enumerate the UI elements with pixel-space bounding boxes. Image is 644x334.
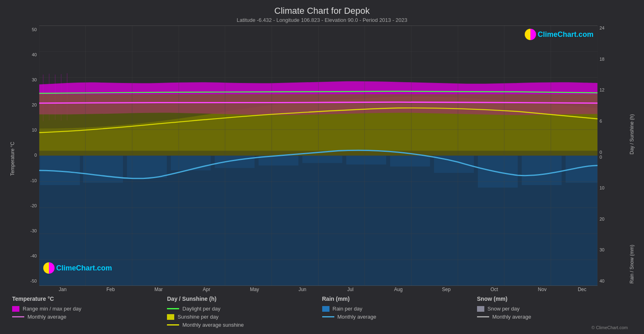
legend-row-snow-avg: Monthly average — [477, 314, 632, 320]
legend-label-rain: Rain per day — [333, 306, 363, 312]
chart-main: ClimeChart.com ClimeChart.com — [39, 26, 598, 286]
chart-svg — [39, 26, 598, 286]
legend-col-temperature: Temperature °C Range min / max per day M… — [12, 296, 167, 330]
x-axis-labels: Jan Feb Mar Apr May Jun Jul Aug Sep Oct … — [39, 286, 598, 292]
legend-col-sunshine: Day / Sunshine (h) Daylight per day Suns… — [167, 296, 322, 330]
snow-avg-line — [477, 316, 489, 317]
daylight-line — [167, 308, 179, 309]
legend-label-snow: Snow per day — [488, 306, 520, 312]
sunshine-avg-line — [167, 324, 179, 325]
page-wrapper: Climate Chart for Depok Latitude -6.432 … — [0, 0, 644, 334]
legend-label-temp-avg: Monthly average — [27, 314, 66, 320]
logo-bottom: ClimeChart.com — [43, 262, 112, 274]
y-axis-left-label: Temperature °C — [10, 142, 15, 176]
legend-label-sunshine-avg: Monthly average sunshine — [182, 322, 244, 328]
legend-label-snow-avg: Monthly average — [492, 314, 531, 320]
legend-label-temp-range: Range min / max per day — [23, 306, 81, 312]
legend-area: Temperature °C Range min / max per day M… — [8, 292, 636, 330]
chart-subtitle: Latitude -6.432 - Longitude 106.823 - El… — [8, 17, 636, 23]
legend-row-rain-swatch: Rain per day — [322, 306, 477, 312]
sunshine-swatch — [167, 314, 174, 320]
temp-range-swatch — [12, 306, 19, 312]
y-right-bot-label: Rain / Snow (mm) — [629, 155, 635, 284]
legend-col-rain: Rain (mm) Rain per day Monthly average — [322, 296, 477, 330]
legend-label-daylight: Daylight per day — [182, 306, 220, 312]
legend-title-sunshine: Day / Sunshine (h) — [167, 296, 322, 302]
chart-area: Temperature °C 50 40 30 20 10 0 -10 -20 … — [8, 26, 636, 292]
legend-title-rain: Rain (mm) — [322, 296, 477, 302]
y-right-top-label: Day / Sunshine (h) — [629, 26, 635, 155]
legend-col-snow: Snow (mm) Snow per day Monthly average ©… — [477, 296, 632, 330]
legend-row-temp-avg: Monthly average — [12, 314, 167, 320]
legend-title-temperature: Temperature °C — [12, 296, 167, 302]
legend-row-rain-avg: Monthly average — [322, 314, 477, 320]
y-axis-left: 50 40 30 20 10 0 -10 -20 -30 -40 -50 — [17, 26, 39, 292]
legend-title-snow: Snow (mm) — [477, 296, 632, 302]
legend-row-sunshine-swatch: Sunshine per day — [167, 314, 322, 320]
logo-text-bot: ClimeChart.com — [56, 264, 112, 272]
legend-row-daylight: Daylight per day — [167, 306, 322, 312]
legend-label-sunshine: Sunshine per day — [177, 314, 218, 320]
legend-row-temp-range: Range min / max per day — [12, 306, 167, 312]
copyright: © ClimeChart.com — [477, 322, 632, 330]
chart-title: Climate Chart for Depok — [8, 6, 636, 16]
legend-row-sunshine-avg: Monthly average sunshine — [167, 322, 322, 328]
logo-top: ClimeChart.com — [525, 29, 593, 40]
rain-avg-line — [322, 316, 334, 317]
temp-avg-line — [12, 316, 24, 317]
snow-swatch — [477, 306, 484, 312]
legend-row-snow-swatch: Snow per day — [477, 306, 632, 312]
logo-text-top: ClimeChart.com — [538, 30, 593, 39]
legend-label-rain-avg: Monthly average — [338, 314, 376, 320]
logo-circle-bot — [43, 262, 55, 274]
rain-swatch — [322, 306, 329, 312]
logo-circle-top — [525, 29, 536, 40]
